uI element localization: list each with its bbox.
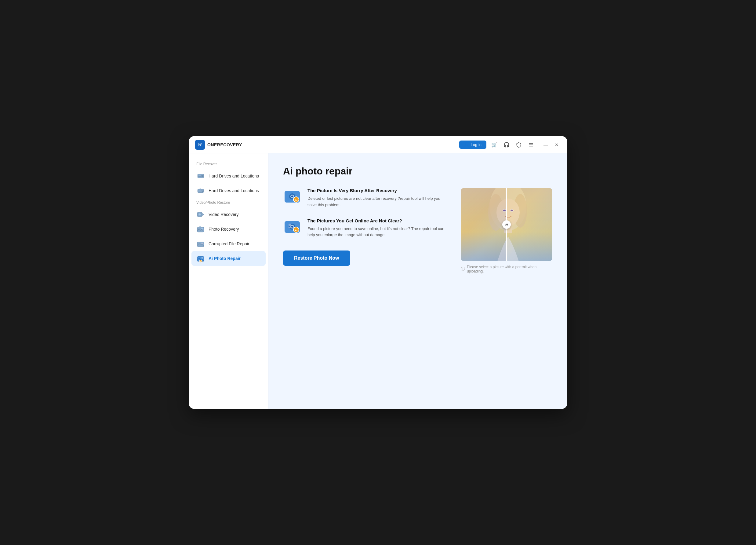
info-icon: ⓘ <box>461 266 465 272</box>
sidebar-item-hard-drives-1[interactable]: Hard Drives and Locations <box>189 169 268 183</box>
feature-item-online: AI The Pictures You Get Online Are Not C… <box>283 218 449 238</box>
svg-point-13 <box>199 213 201 216</box>
svg-text:AI: AI <box>200 260 201 262</box>
feature-blurry-icon: AI <box>283 188 301 206</box>
main-content: Ai photo repair AI <box>268 153 567 409</box>
svg-point-33 <box>289 223 291 226</box>
photo-preview-section: AI <box>461 188 552 274</box>
app-logo-icon: R <box>195 140 205 150</box>
svg-rect-10 <box>198 190 201 191</box>
page-title: Ai photo repair <box>283 165 552 177</box>
svg-text:AI: AI <box>295 229 297 231</box>
sidebar-item-corrupted-file-repair[interactable]: Corrupted File Repair <box>189 236 268 251</box>
login-button[interactable]: 👤 Log in <box>459 140 486 149</box>
app-window: R ONERECOVERY 👤 Log in 🛒 🎧 <box>189 136 567 409</box>
video-photo-label: Video/Photo Restore <box>189 198 268 207</box>
sidebar-item-hard-drives-2[interactable]: Hard Drives and Locations <box>189 183 268 198</box>
sidebar-item-video-recovery[interactable]: Video Recovery <box>189 207 268 222</box>
sidebar: File Recover Hard Drives and Locations <box>189 153 268 409</box>
cart-icon[interactable]: 🛒 <box>490 140 499 149</box>
app-name: ONERECOVERY <box>207 142 242 147</box>
sidebar-item-ai-photo-repair[interactable]: AI Ai Photo Repair <box>191 251 266 266</box>
app-body: File Recover Hard Drives and Locations <box>189 153 567 409</box>
svg-marker-12 <box>202 213 204 216</box>
minimize-button[interactable]: — <box>541 140 550 149</box>
feature-item-blurry: AI The Picture Is Very Blurry After Reco… <box>283 188 449 208</box>
close-button[interactable]: ✕ <box>552 140 561 149</box>
video-recovery-icon <box>196 210 205 219</box>
hard-drives-2-icon <box>196 186 205 195</box>
svg-point-18 <box>202 243 202 243</box>
feature-online-icon: AI <box>283 218 301 236</box>
sidebar-item-label: Hard Drives and Locations <box>209 173 259 178</box>
feature-online-text: The Pictures You Get Online Are Not Clea… <box>307 218 449 238</box>
ai-badge: AI <box>502 220 511 229</box>
sidebar-item-label: Video Recovery <box>209 212 239 217</box>
svg-point-44 <box>511 209 513 211</box>
portrait-hint: ⓘ Please select a picture with a portrai… <box>461 265 552 274</box>
feature-blurry-text: The Picture Is Very Blurry After Recover… <box>307 188 449 208</box>
titlebar: R ONERECOVERY 👤 Log in 🛒 🎧 <box>189 136 567 153</box>
sidebar-item-label: Photo Recovery <box>209 227 239 231</box>
logo-area: R ONERECOVERY <box>195 140 459 150</box>
svg-point-26 <box>291 195 293 197</box>
features-list: AI The Picture Is Very Blurry After Reco… <box>283 188 449 266</box>
sidebar-item-label: Ai Photo Repair <box>209 256 241 261</box>
shield-icon[interactable] <box>514 140 523 149</box>
photo-recovery-icon <box>196 225 205 233</box>
sidebar-item-photo-recovery[interactable]: Photo Recovery <box>189 222 268 236</box>
svg-point-32 <box>291 226 293 227</box>
file-recover-label: File Recover <box>189 159 268 169</box>
menu-icon[interactable] <box>527 140 535 149</box>
restore-photo-button[interactable]: Restore Photo Now <box>283 250 350 266</box>
svg-rect-6 <box>198 175 201 176</box>
svg-point-9 <box>202 191 203 192</box>
headset-icon[interactable]: 🎧 <box>502 140 511 149</box>
svg-point-5 <box>202 175 203 176</box>
corrupted-file-repair-icon <box>196 239 205 248</box>
photo-preview: AI <box>461 188 552 261</box>
ai-photo-repair-icon: AI <box>196 254 205 263</box>
features-section: AI The Picture Is Very Blurry After Reco… <box>283 188 552 274</box>
titlebar-actions: 👤 Log in 🛒 🎧 — ✕ <box>459 140 561 149</box>
sidebar-item-label: Hard Drives and Locations <box>209 188 259 193</box>
svg-point-20 <box>201 257 203 259</box>
svg-point-15 <box>201 228 203 229</box>
user-icon: 👤 <box>464 142 469 147</box>
window-controls: — ✕ <box>541 140 561 149</box>
hard-drives-1-icon <box>196 172 205 180</box>
sidebar-item-label: Corrupted File Repair <box>209 241 249 246</box>
svg-point-43 <box>503 209 506 211</box>
svg-text:AI: AI <box>295 198 297 201</box>
